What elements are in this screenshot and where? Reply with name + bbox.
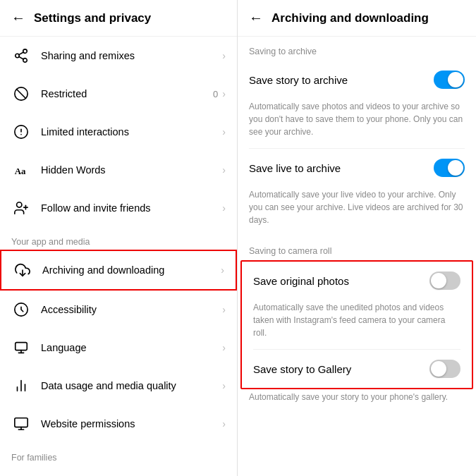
save-story-description: Automatically save photos and videos to … (238, 99, 476, 148)
left-panel: ← Settings and privacy Sharing and remix… (0, 0, 238, 476)
save-live-row: Save live to archive (238, 149, 476, 187)
save-original-toggle[interactable] (429, 271, 460, 290)
left-header: ← Settings and privacy (0, 0, 237, 37)
sharing-label: Sharing and remixes (41, 50, 222, 61)
camera-roll-section: Save original photos Automatically save … (240, 260, 473, 389)
left-back-button[interactable]: ← (11, 10, 25, 26)
limited-icon (11, 122, 31, 142)
svg-rect-20 (15, 418, 28, 427)
language-chevron: › (222, 342, 226, 353)
website-label: Website permissions (41, 418, 222, 429)
website-right: › (222, 418, 226, 429)
language-right: › (222, 342, 226, 353)
limited-label: Limited interactions (41, 126, 222, 138)
save-gallery-label: Save story to Gallery (253, 363, 351, 375)
datausage-label: Data usage and media quality (41, 380, 222, 391)
save-original-description: Automatically save the unedited photos a… (242, 300, 472, 349)
camera-roll-section-label: Saving to camera roll (238, 236, 476, 260)
svg-line-6 (17, 90, 26, 99)
datausage-right: › (222, 380, 226, 391)
accessibility-label: Accessibility (41, 304, 222, 315)
save-gallery-toggle[interactable] (429, 360, 460, 378)
data-icon (11, 376, 31, 396)
save-original-row: Save original photos (242, 262, 472, 300)
save-story-label: Save story to archive (249, 74, 348, 86)
menu-item-website[interactable]: Website permissions › (0, 405, 237, 443)
right-header: ← Archiving and downloading (238, 0, 476, 37)
archiving-label: Archiving and downloading (42, 264, 221, 276)
right-back-button[interactable]: ← (249, 10, 263, 26)
accessibility-icon (11, 300, 31, 319)
archive-section-label: Saving to archive (238, 37, 476, 61)
restricted-chevron: › (222, 88, 226, 99)
menu-item-accessibility[interactable]: Accessibility › (0, 291, 237, 329)
save-live-label: Save live to archive (249, 162, 341, 174)
left-panel-title: Settings and privacy (34, 11, 151, 25)
datausage-chevron: › (222, 380, 226, 391)
save-story-toggle[interactable] (434, 71, 465, 89)
svg-line-3 (19, 56, 23, 59)
language-icon (11, 338, 31, 358)
accessibility-right: › (222, 304, 226, 315)
follow-right: › (222, 202, 226, 214)
website-icon (11, 414, 31, 434)
save-gallery-row: Save story to Gallery (242, 350, 472, 388)
archiving-chevron: › (221, 264, 224, 276)
restricted-badge: 0 (213, 89, 218, 99)
menu-item-limited[interactable]: Limited interactions › (0, 113, 237, 151)
right-panel: ← Archiving and downloading Saving to ar… (238, 0, 476, 476)
menu-item-language[interactable]: Language › (0, 329, 237, 367)
accessibility-chevron: › (222, 304, 226, 315)
restricted-right: 0 › (213, 88, 226, 99)
sharing-right: › (222, 50, 226, 61)
hidden-icon: Aa (11, 160, 31, 180)
follow-label: Follow and invite friends (41, 202, 222, 214)
section-families: For families (0, 443, 237, 465)
svg-line-4 (19, 52, 23, 55)
archiving-right: › (221, 264, 224, 276)
restricted-icon (11, 84, 31, 104)
limited-right: › (222, 126, 226, 138)
limited-chevron: › (222, 126, 226, 138)
menu-item-sharing[interactable]: Sharing and remixes › (0, 37, 237, 75)
save-original-label: Save original photos (253, 275, 349, 287)
menu-item-datausage[interactable]: Data usage and media quality › (0, 367, 237, 405)
hidden-label: Hidden Words (41, 164, 222, 176)
menu-item-restricted[interactable]: Restricted 0 › (0, 75, 237, 113)
section-app-media: Your app and media (0, 227, 237, 250)
svg-rect-16 (16, 343, 28, 350)
archive-icon (13, 260, 32, 280)
menu-item-archiving[interactable]: Archiving and downloading › (0, 250, 237, 291)
svg-text:Aa: Aa (15, 166, 26, 176)
hidden-chevron: › (222, 164, 226, 176)
save-story-row: Save story to archive (238, 61, 476, 99)
language-label: Language (41, 342, 222, 353)
menu-item-hidden[interactable]: Aa Hidden Words › (0, 151, 237, 189)
save-live-description: Automatically save your live video to yo… (238, 187, 476, 236)
website-chevron: › (222, 418, 226, 429)
save-live-toggle[interactable] (434, 159, 465, 177)
follow-chevron: › (222, 202, 226, 214)
right-panel-title: Archiving and downloading (271, 11, 429, 25)
svg-point-11 (17, 202, 22, 207)
restricted-label: Restricted (41, 88, 213, 99)
share-icon (11, 46, 31, 66)
sharing-chevron: › (222, 50, 226, 61)
hidden-right: › (222, 164, 226, 176)
follow-icon (11, 198, 31, 218)
menu-item-follow[interactable]: Follow and invite friends › (0, 189, 237, 227)
save-gallery-description: Automatically save your story to your ph… (238, 389, 476, 413)
menu-item-supervision[interactable]: Supervision › (0, 465, 237, 476)
